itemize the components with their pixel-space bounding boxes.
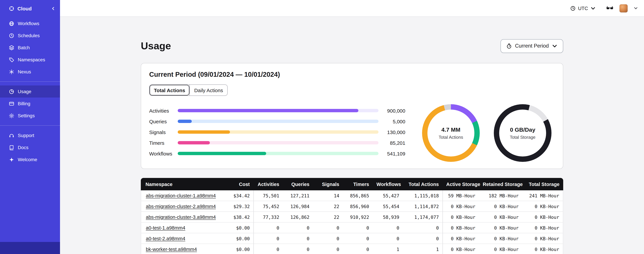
- timezone-label: UTC: [578, 6, 588, 11]
- cell-timers: 0: [343, 233, 373, 244]
- column-header-queries: Queries: [283, 178, 313, 190]
- namespace-link[interactable]: abs-migration-cluster-1.a98mm4: [146, 193, 216, 198]
- cell-total-actions: 1: [403, 244, 442, 254]
- timezone-selector[interactable]: UTC: [570, 6, 596, 11]
- bar-value: 900,000: [378, 108, 405, 114]
- sidebar-item-support[interactable]: Support: [0, 129, 60, 142]
- glasses-icon: [606, 6, 614, 11]
- gear-icon: [9, 113, 14, 118]
- bar-track: [178, 109, 378, 112]
- cell-queries: 0: [283, 244, 313, 254]
- cell-cost: $0.00: [224, 233, 254, 244]
- chevron-down-icon: [590, 6, 596, 11]
- tab-total-actions[interactable]: Total Actions: [150, 85, 190, 96]
- cell-queries: 126,862: [283, 212, 313, 222]
- page-title: Usage: [141, 40, 171, 52]
- cell-cost: $34.42: [224, 190, 254, 201]
- cell-workflows: 55,454: [373, 201, 403, 212]
- sidebar-item-workflows[interactable]: Workflows: [0, 18, 60, 30]
- cell-signals: 0: [313, 222, 343, 233]
- donut-center-value: 0 GB/Day: [510, 126, 535, 133]
- cell-total-actions: 1,174,077: [403, 212, 442, 222]
- sidebar-item-billing[interactable]: Billing: [0, 98, 60, 110]
- brand-label: Cloud: [18, 6, 32, 11]
- bar-value: 85,201: [378, 140, 405, 146]
- docs-icon: [9, 144, 14, 150]
- sidebar-item-label: Usage: [18, 89, 31, 94]
- bar-track: [178, 120, 378, 123]
- namespace-link[interactable]: a0-test-1.a98mm4: [146, 225, 185, 230]
- welcome-icon: [9, 157, 14, 162]
- column-header-signals: Signals: [313, 178, 343, 190]
- bar-fill: [178, 120, 192, 123]
- brand-row: Cloud: [0, 0, 60, 17]
- sidebar-item-batch[interactable]: Batch: [0, 42, 60, 54]
- namespace-cell: bk-worker-test.a98mm4: [141, 244, 224, 254]
- usage-icon: [9, 89, 14, 94]
- namespace-link[interactable]: abs-migration-cluster-2.a98mm4: [146, 204, 216, 209]
- cell-cost: $38.42: [224, 212, 254, 222]
- cell-total-storage: 0 KB-Hour: [522, 201, 563, 212]
- namespace-cell: abs-migration-cluster-3.a98mm4: [141, 212, 224, 222]
- bar-track: [178, 152, 378, 155]
- column-header-active-storage: Active Storage: [442, 178, 479, 190]
- cell-workflows: 0: [373, 222, 403, 233]
- cell-activities: 77,332: [254, 212, 283, 222]
- sidebar-item-label: Settings: [18, 113, 35, 118]
- namespace-link[interactable]: abs-migration-cluster-3.a98mm4: [146, 214, 216, 220]
- cell-total-storage: 0 KB-Hour: [522, 212, 563, 222]
- bar-fill: [178, 109, 358, 112]
- column-header-timers: Timers: [343, 178, 373, 190]
- table-row: abs-migration-cluster-3.a98mm4$38.4277,3…: [141, 212, 563, 222]
- cell-workflows: 55,427: [373, 190, 403, 201]
- collapse-sidebar-button[interactable]: [51, 6, 55, 10]
- column-header-activities: Activities: [254, 178, 283, 190]
- workflows-icon: [9, 20, 14, 26]
- sidebar-item-namespaces[interactable]: Namespaces: [0, 54, 60, 66]
- stopwatch-icon: [506, 43, 512, 49]
- period-selector-button[interactable]: Current Period: [500, 39, 563, 53]
- user-avatar[interactable]: [619, 4, 628, 12]
- sidebar-item-label: Nexus: [18, 69, 31, 74]
- bar-fill: [178, 152, 266, 155]
- bar-label: Timers: [149, 140, 178, 146]
- bar-label: Activities: [149, 108, 178, 114]
- namespace-link[interactable]: a0-test-2.a98mm4: [146, 236, 185, 241]
- table-row: a0-test-1.a98mm4$0.000000000 KB-Hour0 KB…: [141, 222, 563, 233]
- donut-center: 4.7 MMTotal Actions: [428, 110, 474, 156]
- topbar: UTC: [60, 0, 644, 17]
- user-menu-button[interactable]: [634, 6, 638, 10]
- namespace-link[interactable]: bk-worker-test.a98mm4: [146, 246, 197, 252]
- sidebar-item-settings[interactable]: Settings: [0, 110, 60, 122]
- cell-workflows: 1: [373, 244, 403, 254]
- feedback-glasses-button[interactable]: [606, 6, 614, 11]
- chevron-down-icon: [634, 6, 638, 10]
- cell-cost: $0.00: [224, 222, 254, 233]
- period-selector-label: Current Period: [515, 43, 549, 49]
- sidebar-item-label: Workflows: [18, 21, 40, 26]
- sidebar-item-welcome[interactable]: Welcome: [0, 154, 60, 166]
- cell-queries: 0: [283, 233, 313, 244]
- bar-track: [178, 130, 378, 134]
- table-row: bk-worker-test.a98mm4$0.000000110 KB-Hou…: [141, 244, 563, 254]
- donut-center-label: Total Storage: [510, 134, 536, 140]
- tab-daily-actions[interactable]: Daily Actions: [190, 85, 228, 96]
- sidebar-item-nexus[interactable]: Nexus: [0, 66, 60, 78]
- sidebar-nav-help: SupportDocsWelcome: [0, 129, 60, 166]
- cell-timers: 0: [343, 244, 373, 254]
- sidebar-item-label: Namespaces: [18, 57, 45, 62]
- usage-bar-row-workflows: Workflows541,109: [149, 148, 414, 159]
- total-actions-donut: 4.7 MMTotal Actions: [422, 104, 480, 162]
- table-row: a0-test-2.a98mm4$0.000000000 KB-Hour0 KB…: [141, 233, 563, 244]
- cell-total-actions: 0: [403, 222, 442, 233]
- sidebar-item-schedules[interactable]: Schedules: [0, 30, 60, 42]
- schedules-icon: [9, 33, 14, 38]
- sidebar-divider: [0, 82, 60, 82]
- sidebar-item-usage[interactable]: Usage: [0, 86, 60, 98]
- column-header-total-storage: Total Storage: [522, 178, 563, 190]
- cell-active-storage: 0 KB-Hour: [442, 233, 479, 244]
- sidebar-item-docs[interactable]: Docs: [0, 142, 60, 154]
- cell-active-storage: 59 MB-Hour: [442, 190, 479, 201]
- cell-retained-storage: 182 MB-Hour: [479, 190, 522, 201]
- sidebar-nav-account: UsageBillingSettings: [0, 85, 60, 122]
